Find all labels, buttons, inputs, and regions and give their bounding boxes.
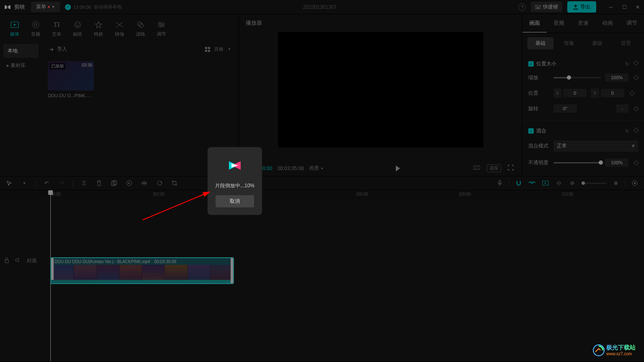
chevron-down-icon: ▼ bbox=[228, 47, 231, 51]
media-clip[interactable]: 已添加 03:36 DDU-DU D...PINK.mp4 bbox=[48, 61, 94, 98]
keyframe-icon[interactable] bbox=[634, 60, 639, 66]
tab-text[interactable]: TI文本 bbox=[47, 18, 66, 40]
fit-icon[interactable] bbox=[631, 179, 639, 187]
check-icon: ✓ bbox=[65, 4, 71, 10]
reset-icon[interactable]: ↻ bbox=[625, 128, 629, 134]
crop2-icon[interactable] bbox=[170, 179, 179, 187]
select-tool-icon[interactable] bbox=[5, 179, 13, 187]
video-clip[interactable]: DDU-DU DDU-DU(Korean Ver.) - BLACKPINK.m… bbox=[50, 257, 234, 284]
svg-rect-0 bbox=[535, 5, 541, 9]
rotate-icon[interactable] bbox=[155, 179, 164, 187]
zoom-in-icon[interactable]: ⊕ bbox=[612, 179, 620, 187]
mute-icon[interactable] bbox=[15, 258, 21, 264]
opacity-value[interactable]: 100% bbox=[605, 158, 628, 167]
subtab-basic[interactable]: 基础 bbox=[527, 37, 553, 49]
tab-filter[interactable]: 滤镜 bbox=[131, 18, 150, 40]
scale-slider[interactable] bbox=[553, 77, 601, 78]
position-label: 位置 bbox=[528, 90, 549, 97]
svg-point-8 bbox=[75, 22, 80, 28]
mirror-icon[interactable] bbox=[140, 179, 148, 187]
prop-tab-animation[interactable]: 动画 bbox=[595, 14, 620, 33]
ratio-button[interactable]: 适应 bbox=[487, 164, 501, 172]
property-tabs: 画面 音频 变速 动画 调节 bbox=[522, 14, 644, 33]
minimize-button[interactable]: ─ bbox=[608, 4, 614, 10]
tab-media[interactable]: 媒体 bbox=[5, 18, 24, 40]
check-icon[interactable]: ✓ bbox=[528, 61, 534, 67]
property-subtabs: 基础 抠像 蒙版 背景 bbox=[522, 33, 644, 54]
tab-audio[interactable]: 音频 bbox=[26, 18, 45, 40]
maximize-button[interactable]: ☐ bbox=[621, 4, 627, 10]
media-tab-local[interactable]: 本地 bbox=[3, 44, 39, 58]
keyframe-icon[interactable] bbox=[634, 75, 639, 80]
subtab-cutout[interactable]: 抠像 bbox=[556, 37, 582, 49]
app-logo-icon bbox=[226, 156, 244, 175]
redo-icon[interactable]: ↷ bbox=[57, 179, 66, 187]
help-icon[interactable]: ? bbox=[518, 3, 526, 11]
reverse-icon[interactable] bbox=[125, 179, 133, 187]
tab-effects[interactable]: 特效 bbox=[89, 18, 108, 40]
effects-icon bbox=[95, 21, 102, 28]
pos-x[interactable]: 0 bbox=[563, 89, 587, 97]
close-button[interactable]: ✕ bbox=[635, 4, 641, 10]
preview-controls: 00:00:00:00 00:03:35:08 画质 ▼ 适应 bbox=[239, 164, 522, 173]
keyframe-icon[interactable] bbox=[634, 127, 639, 133]
blend-mode-label: 混合模式 bbox=[528, 142, 549, 150]
prop-tab-adjust[interactable]: 调节 bbox=[620, 14, 644, 33]
prop-tab-audio[interactable]: 音频 bbox=[547, 14, 571, 33]
check-icon[interactable]: ✓ bbox=[528, 128, 534, 134]
view-controls[interactable]: 宫格 ▼ bbox=[205, 46, 231, 52]
keyframe-icon[interactable] bbox=[629, 90, 635, 96]
split-icon[interactable] bbox=[80, 179, 88, 187]
watermark: 极光下载站 www.xz7.com bbox=[593, 344, 636, 356]
lock-icon[interactable] bbox=[4, 257, 9, 264]
svg-rect-2 bbox=[538, 6, 538, 7]
blend-mode-select[interactable]: 正常⇵ bbox=[553, 140, 638, 152]
reset-icon[interactable]: ↻ bbox=[625, 61, 629, 67]
link-icon[interactable] bbox=[528, 179, 536, 187]
keyframe-icon[interactable] bbox=[634, 160, 639, 165]
media-tab-library[interactable]: ▸ 素材库 bbox=[0, 58, 42, 73]
import-button[interactable]: ➜ 导入 bbox=[49, 46, 67, 53]
rotate-dash[interactable]: - bbox=[616, 104, 628, 113]
scale-label: 缩放 bbox=[528, 74, 549, 81]
magnet-icon[interactable] bbox=[514, 179, 523, 187]
track-controls: 封面 bbox=[4, 257, 37, 264]
quality-selector[interactable]: 画质 ▼ bbox=[309, 165, 324, 172]
tab-adjust[interactable]: 调节 bbox=[152, 18, 171, 40]
scale-value[interactable]: 100% bbox=[605, 73, 628, 82]
zoom-out-icon[interactable]: ⊖ bbox=[568, 179, 576, 187]
cover-button[interactable]: 封面 bbox=[27, 257, 37, 264]
media-panel: 媒体 音频 TI文本 贴纸 特效 转场 滤镜 调节 本地 ▸ 素材库 ➜ 导入 bbox=[0, 14, 239, 176]
align-icon[interactable] bbox=[555, 179, 563, 187]
mic-icon[interactable] bbox=[496, 179, 504, 187]
opacity-label: 不透明度 bbox=[528, 159, 549, 166]
pos-y[interactable]: 0 bbox=[601, 89, 624, 97]
timeline-ruler[interactable]: 00:00 |02:00 |06:00 |08:00 |10:00 bbox=[0, 190, 644, 199]
shortcut-button[interactable]: 快捷键 bbox=[531, 2, 562, 12]
compare-icon[interactable] bbox=[472, 164, 482, 172]
undo-icon[interactable]: ↶ bbox=[42, 179, 51, 187]
delete-icon[interactable] bbox=[95, 179, 103, 187]
cancel-button[interactable]: 取消 bbox=[216, 195, 254, 207]
preview-panel: 播放器 00:00:00:00 00:03:35:08 画质 ▼ 适应 bbox=[239, 14, 522, 176]
crop-icon[interactable] bbox=[110, 179, 118, 187]
subtab-mask[interactable]: 蒙版 bbox=[584, 37, 610, 49]
preview-mode-icon[interactable] bbox=[541, 179, 550, 187]
chevron-down-icon[interactable]: ▼ bbox=[20, 179, 29, 187]
svg-point-7 bbox=[34, 23, 37, 26]
preview-video[interactable] bbox=[278, 32, 483, 147]
menu-button[interactable]: 菜单 ▼ bbox=[31, 2, 60, 12]
fullscreen-icon[interactable] bbox=[506, 164, 515, 173]
prop-tab-speed[interactable]: 变速 bbox=[571, 14, 595, 33]
play-icon bbox=[396, 165, 400, 171]
tab-transition[interactable]: 转场 bbox=[110, 18, 129, 40]
rotate-value[interactable]: 0° bbox=[553, 104, 577, 113]
svg-rect-16 bbox=[205, 47, 207, 49]
prop-tab-video[interactable]: 画面 bbox=[522, 14, 547, 33]
keyframe-icon[interactable] bbox=[634, 106, 639, 111]
opacity-slider[interactable] bbox=[553, 162, 601, 163]
subtab-background[interactable]: 背景 bbox=[613, 37, 639, 49]
export-button[interactable]: 导出 bbox=[567, 1, 596, 13]
tab-sticker[interactable]: 贴纸 bbox=[68, 18, 87, 40]
play-button[interactable] bbox=[329, 165, 467, 171]
